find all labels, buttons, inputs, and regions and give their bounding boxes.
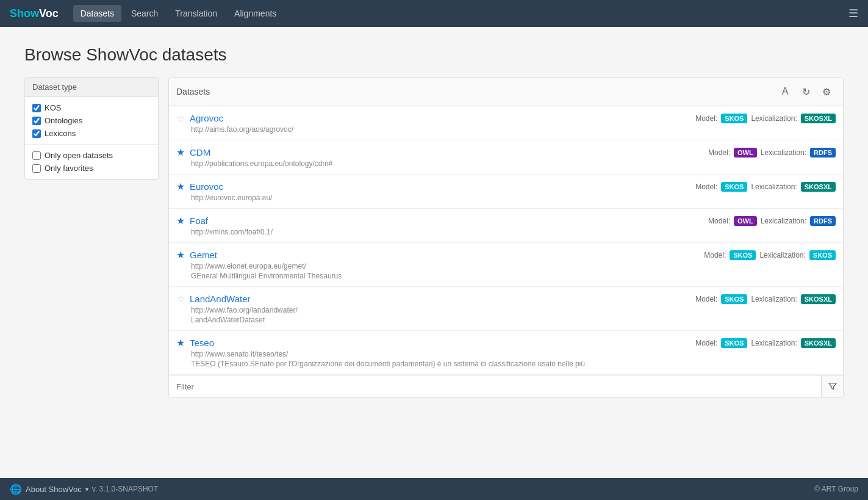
nav-item-search[interactable]: Search: [124, 5, 165, 22]
dataset-name-agrovoc: Agrovoc: [190, 113, 223, 123]
layout: Dataset type KOS Ontologies Lexicons: [24, 77, 844, 398]
dataset-name-foaf: Foaf: [190, 216, 208, 226]
dataset-name-landandwater: LandAndWater: [190, 294, 251, 304]
dataset-name-teseo: Teseo: [190, 338, 214, 348]
lex-label-cdm: Lexicalization:: [761, 148, 806, 157]
dataset-meta-teseo: Model: SKOS Lexicalization: SKOSXL: [695, 338, 836, 348]
checkbox-kos[interactable]: KOS: [32, 103, 151, 112]
dataset-item-eurovoc[interactable]: ★ Eurovoc Model: SKOS Lexicalization: SK…: [169, 175, 843, 209]
model-label-agrovoc: Model:: [695, 114, 717, 123]
checkbox-lexicons[interactable]: Lexicons: [32, 129, 151, 138]
nav-item-alignments[interactable]: Alignments: [227, 5, 284, 22]
dataset-url-foaf: http://xmlns.com/foaf/0.1/: [191, 228, 836, 236]
star-icon-foaf[interactable]: ★: [176, 215, 185, 226]
dataset-meta-eurovoc: Model: SKOS Lexicalization: SKOSXL: [695, 182, 836, 192]
filter-section: Only open datasets Only favorites: [25, 145, 158, 179]
datasets-panel: Datasets A ↻ ⚙ ☆ Agrovoc M: [168, 77, 844, 398]
only-favorites-label: Only favorites: [45, 164, 93, 173]
lexicons-label: Lexicons: [45, 129, 76, 138]
filter-bar: [169, 375, 843, 397]
star-icon-eurovoc[interactable]: ★: [176, 181, 185, 192]
dataset-name-eurovoc: Eurovoc: [190, 181, 223, 192]
dataset-url-teseo: http://www.senato.it/teseo/tes/: [191, 350, 836, 358]
brand-voc: Voc: [39, 7, 59, 20]
nav-item-datasets[interactable]: Datasets: [73, 5, 121, 22]
lex-label-gemet: Lexicalization:: [759, 251, 805, 259]
checkbox-only-open[interactable]: Only open datasets: [32, 151, 151, 160]
star-icon-agrovoc[interactable]: ☆: [176, 112, 185, 124]
star-icon-gemet[interactable]: ★: [176, 249, 185, 261]
dataset-meta-cdm: Model: OWL Lexicalization: RDFS: [708, 148, 836, 158]
navbar: ShowVoc Datasets Search Translation Alig…: [0, 0, 868, 27]
only-open-checkbox[interactable]: [32, 151, 41, 160]
brand[interactable]: ShowVoc: [10, 7, 59, 20]
dataset-url-cdm: http://publications.europa.eu/ontology/c…: [191, 159, 836, 168]
brand-show: Show: [10, 7, 39, 20]
filter-input[interactable]: [169, 377, 821, 396]
model-badge-gemet: SKOS: [730, 250, 756, 260]
dataset-url-landandwater: http://www.fao.org/landandwater/: [191, 306, 836, 314]
dataset-item-landandwater[interactable]: ☆ LandAndWater Model: SKOS Lexicalizatio…: [169, 287, 843, 331]
dataset-meta-landandwater: Model: SKOS Lexicalization: SKOSXL: [695, 294, 836, 304]
model-badge-agrovoc: SKOS: [721, 114, 747, 123]
lexicons-checkbox[interactable]: [32, 129, 41, 138]
model-label-eurovoc: Model:: [695, 183, 717, 191]
settings-button[interactable]: ⚙: [817, 82, 836, 101]
lex-badge-landandwater: SKOSXL: [801, 294, 836, 304]
font-size-button[interactable]: A: [776, 82, 794, 101]
kos-checkbox[interactable]: [32, 104, 41, 112]
lex-badge-cdm: RDFS: [810, 148, 836, 158]
lex-badge-teseo: SKOSXL: [801, 338, 836, 348]
nav-item-translation[interactable]: Translation: [168, 5, 224, 22]
page-title: Browse ShowVoc datasets: [24, 45, 844, 65]
model-label-gemet: Model:: [704, 251, 726, 259]
header-icons: A ↻ ⚙: [776, 82, 836, 101]
datasets-panel-title: Datasets: [176, 87, 776, 96]
model-badge-cdm: OWL: [734, 148, 757, 158]
dataset-meta-gemet: Model: SKOS Lexicalization: SKOS: [704, 250, 836, 260]
filter-icon-button[interactable]: [821, 375, 843, 397]
lex-label-teseo: Lexicalization:: [751, 339, 797, 347]
ontologies-checkbox[interactable]: [32, 117, 41, 125]
model-badge-foaf: OWL: [734, 216, 757, 226]
ontologies-label: Ontologies: [45, 116, 82, 125]
model-badge-eurovoc: SKOS: [721, 182, 747, 192]
lex-label-landandwater: Lexicalization:: [751, 295, 797, 303]
star-icon-teseo[interactable]: ★: [176, 337, 185, 349]
lex-badge-gemet: SKOS: [809, 250, 836, 260]
lex-badge-eurovoc: SKOSXL: [801, 182, 836, 192]
dataset-url-gemet: http://www.eionet.europa.eu/gemet/: [191, 262, 836, 270]
dataset-item-agrovoc[interactable]: ☆ Agrovoc Model: SKOS Lexicalization: SK…: [169, 106, 843, 140]
dataset-desc-gemet: GEneral Multilingual Environmental Thesa…: [191, 272, 836, 280]
dataset-meta-foaf: Model: OWL Lexicalization: RDFS: [708, 216, 836, 226]
dataset-item-cdm[interactable]: ★ CDM Model: OWL Lexicalization: RDFS ht…: [169, 140, 843, 175]
dataset-item-gemet[interactable]: ★ Gemet Model: SKOS Lexicalization: SKOS…: [169, 243, 843, 287]
model-badge-teseo: SKOS: [721, 338, 747, 348]
checkbox-ontologies[interactable]: Ontologies: [32, 116, 151, 125]
nav-menu: Datasets Search Translation Alignments: [73, 5, 848, 22]
dataset-name-cdm: CDM: [190, 147, 210, 158]
lex-label-eurovoc: Lexicalization:: [751, 183, 797, 191]
dataset-url-eurovoc: http://eurovoc.europa.eu/: [191, 194, 836, 202]
hamburger-icon[interactable]: ☰: [848, 7, 858, 20]
main-content: Browse ShowVoc datasets Dataset type KOS…: [0, 27, 868, 410]
model-label-landandwater: Model:: [695, 295, 717, 303]
refresh-button[interactable]: ↻: [797, 82, 815, 101]
model-label-foaf: Model:: [708, 217, 730, 225]
only-favorites-checkbox[interactable]: [32, 164, 41, 173]
checkbox-only-favorites[interactable]: Only favorites: [32, 164, 151, 173]
model-label-teseo: Model:: [695, 339, 717, 347]
datasets-header: Datasets A ↻ ⚙: [169, 78, 843, 106]
only-open-label: Only open datasets: [45, 151, 113, 160]
star-icon-cdm[interactable]: ★: [176, 147, 185, 158]
star-icon-landandwater[interactable]: ☆: [176, 293, 185, 305]
model-badge-landandwater: SKOS: [721, 294, 747, 304]
lex-label-foaf: Lexicalization:: [761, 217, 806, 225]
dataset-name-gemet: Gemet: [190, 250, 217, 260]
dataset-item-teseo[interactable]: ★ Teseo Model: SKOS Lexicalization: SKOS…: [169, 331, 843, 375]
dataset-item-foaf[interactable]: ★ Foaf Model: OWL Lexicalization: RDFS h…: [169, 209, 843, 243]
dataset-desc-landandwater: LandAndWaterDataset: [191, 316, 836, 324]
dataset-meta-agrovoc: Model: SKOS Lexicalization: SKOSXL: [695, 114, 836, 123]
dataset-type-section: KOS Ontologies Lexicons: [25, 97, 158, 145]
dataset-list: ☆ Agrovoc Model: SKOS Lexicalization: SK…: [169, 106, 843, 375]
